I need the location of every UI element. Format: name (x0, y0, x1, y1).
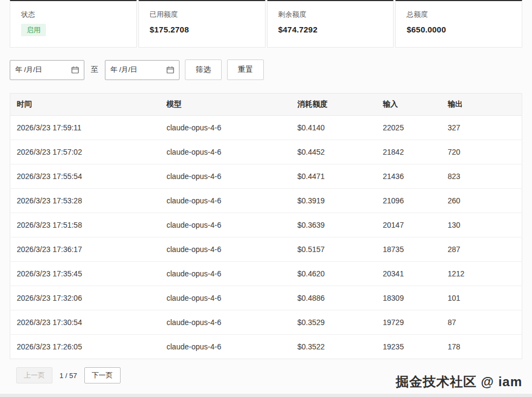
cell-time: 2026/3/23 17:26:05 (10, 334, 160, 359)
cell-cost: $0.5157 (291, 237, 376, 261)
cell-output: 327 (441, 115, 522, 140)
cell-input: 21096 (376, 188, 441, 213)
stat-card-remaining-quota: 剩余额度 $474.7292 (267, 0, 394, 48)
calendar-icon[interactable] (167, 66, 174, 74)
stat-label-total-quota: 总额度 (407, 10, 511, 19)
stat-card-used-quota: 已用额度 $175.2708 (138, 0, 265, 48)
cell-output: 720 (441, 140, 522, 164)
cell-time: 2026/3/23 17:36:17 (10, 237, 160, 261)
cell-output: 178 (441, 334, 522, 359)
cell-time: 2026/3/23 17:55:54 (10, 164, 160, 188)
cell-input: 20341 (376, 261, 441, 286)
cell-input: 19729 (376, 310, 441, 334)
cell-cost: $0.4886 (291, 286, 376, 310)
table-row: 2026/3/23 17:30:54 claude-opus-4-6 $0.35… (10, 310, 522, 334)
cell-input: 19235 (376, 334, 441, 359)
stat-card-total-quota: 总额度 $650.0000 (395, 0, 522, 48)
stat-label-used-quota: 已用额度 (150, 10, 254, 19)
col-header-model: 模型 (160, 94, 291, 115)
table-row: 2026/3/23 17:55:54 claude-opus-4-6 $0.44… (10, 164, 522, 188)
cell-model: claude-opus-4-6 (160, 334, 291, 359)
cell-input: 20147 (376, 213, 441, 237)
next-page-button[interactable]: 下一页 (84, 367, 121, 383)
end-date-input[interactable]: 年 /月/日 (105, 60, 179, 80)
cell-model: claude-opus-4-6 (160, 188, 291, 213)
cell-model: claude-opus-4-6 (160, 115, 291, 140)
filter-button[interactable]: 筛选 (185, 59, 222, 80)
cell-cost: $0.3919 (291, 188, 376, 213)
cell-output: 823 (441, 164, 522, 188)
cell-cost: $0.4452 (291, 140, 376, 164)
start-date-placeholder: 年 /月/日 (15, 65, 42, 75)
page-indicator: 1 / 57 (59, 372, 77, 380)
cell-model: claude-opus-4-6 (160, 164, 291, 188)
stat-value-used-quota: $175.2708 (150, 25, 254, 34)
stat-card-status: 状态 启用 (10, 0, 137, 48)
cell-time: 2026/3/23 17:35:45 (10, 261, 160, 286)
col-header-input: 输入 (376, 94, 441, 115)
table-row: 2026/3/23 17:35:45 claude-opus-4-6 $0.46… (10, 261, 522, 286)
end-date-placeholder: 年 /月/日 (110, 65, 137, 75)
watermark-text: 掘金技术社区 @ iam (396, 373, 522, 391)
cell-output: 87 (441, 310, 522, 334)
stat-value-remaining-quota: $474.7292 (278, 25, 383, 34)
cell-input: 22025 (376, 115, 441, 140)
table-row: 2026/3/23 17:59:11 claude-opus-4-6 $0.41… (10, 115, 522, 140)
stat-cards-row: 状态 启用 已用额度 $175.2708 剩余额度 $474.7292 总额度 … (10, 0, 522, 48)
cell-output: 260 (441, 188, 522, 213)
stat-label-status: 状态 (21, 10, 125, 19)
cell-time: 2026/3/23 17:30:54 (10, 310, 160, 334)
table-row: 2026/3/23 17:36:17 claude-opus-4-6 $0.51… (10, 237, 522, 261)
stat-value-total-quota: $650.0000 (407, 25, 511, 34)
cell-cost: $0.4620 (291, 261, 376, 286)
cell-time: 2026/3/23 17:32:06 (10, 286, 160, 310)
cell-model: claude-opus-4-6 (160, 310, 291, 334)
cell-time: 2026/3/23 17:59:11 (10, 115, 160, 140)
cell-cost: $0.4471 (291, 164, 376, 188)
cell-cost: $0.3522 (291, 334, 376, 359)
filter-row: 年 /月/日 至 年 /月/日 筛选 (10, 59, 522, 80)
cell-input: 21436 (376, 164, 441, 188)
cell-input: 18309 (376, 286, 441, 310)
cell-cost: $0.3639 (291, 213, 376, 237)
calendar-icon[interactable] (71, 66, 79, 74)
usage-table: 时间 模型 消耗额度 输入 输出 2026/3/23 17:59:11 clau… (10, 93, 522, 359)
cell-input: 21842 (376, 140, 441, 164)
stat-label-remaining-quota: 剩余额度 (278, 10, 383, 19)
prev-page-button[interactable]: 上一页 (16, 367, 52, 383)
table-row: 2026/3/23 17:57:02 claude-opus-4-6 $0.44… (10, 140, 522, 164)
cell-model: claude-opus-4-6 (160, 261, 291, 286)
reset-button[interactable]: 重置 (227, 59, 264, 80)
col-header-time: 时间 (10, 94, 160, 115)
cell-input: 18735 (376, 237, 441, 261)
usage-dashboard-page: 状态 启用 已用额度 $175.2708 剩余额度 $474.7292 总额度 … (0, 0, 532, 397)
cell-model: claude-opus-4-6 (160, 286, 291, 310)
col-header-output: 输出 (441, 94, 522, 115)
start-date-input[interactable]: 年 /月/日 (10, 60, 84, 80)
table-header-row: 时间 模型 消耗额度 输入 输出 (10, 94, 522, 115)
table-row: 2026/3/23 17:51:58 claude-opus-4-6 $0.36… (10, 213, 522, 237)
date-range-to-label: 至 (91, 65, 98, 75)
table-row: 2026/3/23 17:32:06 claude-opus-4-6 $0.48… (10, 286, 522, 310)
table-row: 2026/3/23 17:26:05 claude-opus-4-6 $0.35… (10, 334, 522, 359)
cell-output: 101 (441, 286, 522, 310)
cell-time: 2026/3/23 17:57:02 (10, 140, 160, 164)
cell-output: 287 (441, 237, 522, 261)
cell-time: 2026/3/23 17:51:58 (10, 213, 160, 237)
bottom-edge (0, 394, 532, 397)
col-header-cost: 消耗额度 (291, 94, 376, 115)
cell-time: 2026/3/23 17:53:28 (10, 188, 160, 213)
cell-cost: $0.4140 (291, 115, 376, 140)
cell-cost: $0.3529 (291, 310, 376, 334)
cell-model: claude-opus-4-6 (160, 140, 291, 164)
status-badge: 启用 (21, 24, 46, 36)
cell-model: claude-opus-4-6 (160, 213, 291, 237)
cell-output: 1212 (441, 261, 522, 286)
cell-output: 130 (441, 213, 522, 237)
cell-model: claude-opus-4-6 (160, 237, 291, 261)
table-row: 2026/3/23 17:53:28 claude-opus-4-6 $0.39… (10, 188, 522, 213)
